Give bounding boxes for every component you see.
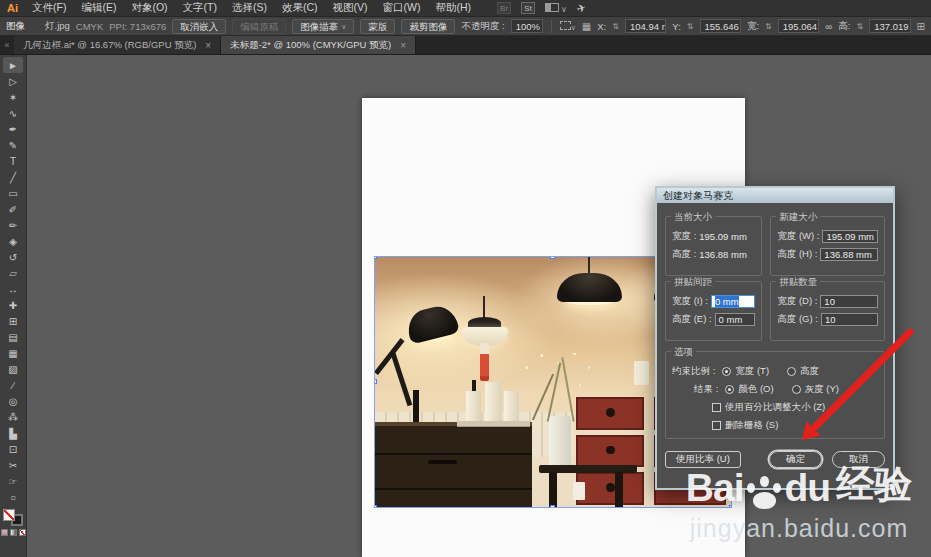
red-tube	[480, 343, 490, 381]
rectangle-tool[interactable]: ▭	[3, 185, 23, 201]
white-vase	[549, 416, 571, 471]
artboard-tool[interactable]: ⊡	[3, 441, 23, 457]
link-dimensions-icon[interactable]: ∞	[825, 21, 832, 32]
selection-handle[interactable]	[375, 379, 377, 384]
pen-tool[interactable]: ✒	[3, 121, 23, 137]
fill-stroke-controls[interactable]	[3, 509, 23, 526]
color-button[interactable]	[1, 529, 8, 536]
stepper-icon[interactable]: ⇅	[856, 22, 863, 31]
canvas-area[interactable]: 创建对象马赛克 当前大小 宽度 :195.09 mm 高度 :136.88 mm…	[27, 55, 931, 557]
scale-tool[interactable]: ▱	[3, 265, 23, 281]
none-button[interactable]	[19, 529, 26, 536]
tile-spacing-group: 拼贴间距 宽度 (I) :0 mm 高度 (E) :0 mm	[665, 281, 762, 341]
resize-percent-checkbox[interactable]	[712, 403, 721, 412]
image-trace-button[interactable]: 图像描摹∨	[292, 19, 354, 34]
selection-handle[interactable]	[550, 505, 555, 507]
menu-item-edit[interactable]: 编辑(E)	[81, 1, 116, 15]
bounding-box-options-icon[interactable]: ∨	[560, 21, 576, 32]
selection-handle[interactable]	[375, 505, 377, 507]
flower-sprigs	[514, 345, 607, 420]
line-tool[interactable]: ╱	[3, 169, 23, 185]
stock-icon[interactable]: St	[521, 2, 535, 14]
menu-item-type[interactable]: 文字(T)	[183, 1, 217, 15]
shape-builder-tool[interactable]: ⊞	[3, 313, 23, 329]
stepper-icon[interactable]: ⇅	[687, 22, 694, 31]
paintbrush-tool[interactable]: ✐	[3, 201, 23, 217]
eyedropper-tool[interactable]: ∕	[3, 377, 23, 393]
new-height-input[interactable]: 136.88 mm	[820, 248, 878, 261]
selection-handle[interactable]	[550, 257, 555, 259]
current-height-value: 136.88 mm	[699, 249, 747, 260]
zoom-tool[interactable]: ○	[3, 489, 23, 505]
menu-item-object[interactable]: 对象(O)	[131, 1, 167, 15]
slice-tool[interactable]: ✂	[3, 457, 23, 473]
mask-button[interactable]: 蒙版	[360, 19, 395, 34]
constrain-height-radio[interactable]	[787, 367, 796, 376]
graph-tool[interactable]: ▙	[3, 425, 23, 441]
menu-items: 文件(F)编辑(E)对象(O)文字(T)选择(S)效果(C)视图(V)窗口(W)…	[32, 1, 471, 15]
menu-item-help[interactable]: 帮助(H)	[436, 1, 472, 15]
width-tool[interactable]: ↔	[3, 281, 23, 297]
dialog-title[interactable]: 创建对象马赛克	[657, 188, 893, 203]
gradient-button[interactable]	[10, 529, 17, 536]
selection-handle[interactable]	[375, 257, 377, 259]
group-legend: 拼贴数量	[776, 276, 820, 289]
blend-tool[interactable]: ◎	[3, 393, 23, 409]
symbol-sprayer-tool[interactable]: ⁂	[3, 409, 23, 425]
hand-tool[interactable]: ☞	[3, 473, 23, 489]
lasso-tool[interactable]: ∿	[3, 105, 23, 121]
control-bar: 图像 灯.jpg CMYK PPI: 713x676 取消嵌入 编辑原稿 图像描…	[0, 17, 931, 36]
magic-wand-tool[interactable]: ✶	[3, 89, 23, 105]
bridge-icon[interactable]: Br	[497, 2, 511, 14]
tile-spacing-width-input[interactable]: 0 mm	[711, 295, 755, 308]
delete-raster-checkbox[interactable]	[712, 421, 721, 430]
shaper-tool[interactable]: ✏	[3, 217, 23, 233]
fill-swatch[interactable]	[3, 509, 15, 521]
workspace-switcher-icon[interactable]: ∨	[545, 2, 567, 14]
tile-count-height-input[interactable]: 10	[821, 313, 878, 326]
direct-selection-tool[interactable]: ▷	[3, 73, 23, 89]
menu-item-view[interactable]: 视图(V)	[333, 1, 368, 15]
stepper-icon[interactable]: ⇅	[612, 22, 619, 31]
rotate-tool[interactable]: ↺	[3, 249, 23, 265]
radio-label: 宽度 (T)	[735, 365, 769, 378]
stepper-icon[interactable]: ⇅	[765, 22, 772, 31]
x-input[interactable]: 104.94 mm	[625, 19, 666, 33]
transform-panel-icon[interactable]: ⊞	[917, 21, 925, 32]
mesh-tool[interactable]: ▦	[3, 345, 23, 361]
y-input[interactable]: 155.646 mm	[700, 19, 741, 33]
height-input[interactable]: 137.019 mm	[869, 19, 910, 33]
result-color-radio[interactable]	[725, 385, 734, 394]
tab-close-icon[interactable]: ×	[205, 40, 211, 51]
side-table-leg	[549, 472, 557, 507]
unembed-button[interactable]: 取消嵌入	[172, 19, 226, 34]
free-transform-tool[interactable]: ✚	[3, 297, 23, 313]
curvature-tool[interactable]: ✎	[3, 137, 23, 153]
document-tab-doc1[interactable]: 几何边框.ai* @ 16.67% (RGB/GPU 预览)×	[14, 36, 221, 54]
tab-close-icon[interactable]: ×	[400, 40, 406, 51]
new-width-input[interactable]: 195.09 mm	[822, 230, 878, 243]
panel-collapse-icon[interactable]: «	[0, 36, 14, 54]
tile-count-width-input[interactable]: 10	[820, 295, 878, 308]
menu-item-effect[interactable]: 效果(C)	[282, 1, 318, 15]
perspective-grid-tool[interactable]: ▤	[3, 329, 23, 345]
constrain-ratio-label: 约束比例 :	[672, 365, 715, 378]
eraser-tool[interactable]: ◈	[3, 233, 23, 249]
share-icon[interactable]: ✈	[575, 0, 588, 15]
menu-item-window[interactable]: 窗口(W)	[383, 1, 421, 15]
baidu-watermark: Bai du 经验 jingyan.baidu.com	[663, 459, 931, 543]
document-tab-doc2[interactable]: 未标题-2* @ 100% (CMYK/GPU 预览)×	[221, 36, 416, 54]
reference-point-grid-icon[interactable]: ▦	[582, 21, 591, 32]
type-tool[interactable]: T	[3, 153, 23, 169]
gradient-tool[interactable]: ▧	[3, 361, 23, 377]
width-input[interactable]: 195.064 mm	[778, 19, 819, 33]
dark-dresser	[375, 422, 532, 507]
tile-spacing-height-input[interactable]: 0 mm	[715, 313, 756, 326]
selection-tool[interactable]: ►	[3, 57, 23, 73]
opacity-field[interactable]: 100%›	[511, 19, 543, 33]
menu-item-select[interactable]: 选择(S)	[232, 1, 267, 15]
constrain-width-radio[interactable]	[722, 367, 731, 376]
result-gray-radio[interactable]	[792, 385, 801, 394]
menu-item-file[interactable]: 文件(F)	[32, 1, 66, 15]
crop-image-button[interactable]: 裁剪图像	[401, 19, 455, 34]
